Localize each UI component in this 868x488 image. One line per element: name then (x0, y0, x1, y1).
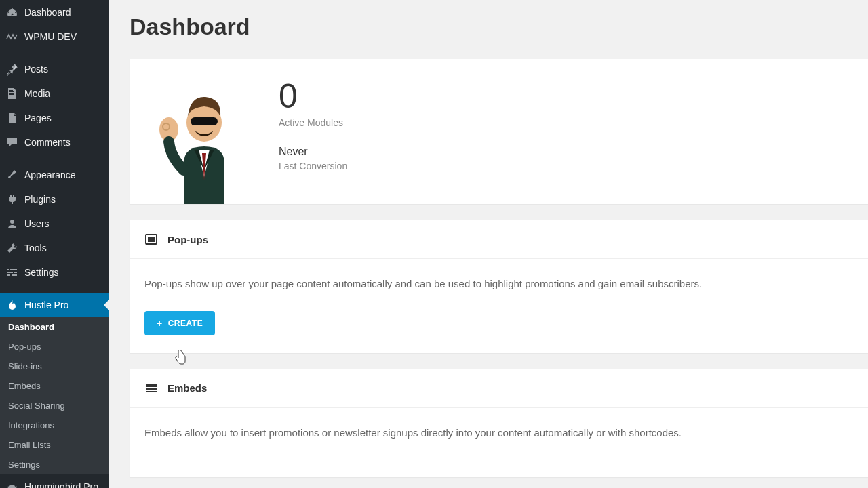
sidebar-sub-integrations[interactable]: Integrations (0, 415, 109, 435)
media-icon (5, 87, 19, 100)
pin-icon (5, 62, 19, 76)
create-popup-button[interactable]: + CREATE (144, 311, 215, 336)
admin-sidebar: Dashboard WPMU DEV Posts Media Pages Com… (0, 0, 109, 488)
sidebar-item-label: WPMU DEV (24, 31, 77, 42)
brush-icon (5, 168, 19, 182)
sidebar-sub-settings[interactable]: Settings (0, 455, 109, 474)
embeds-description: Embeds allow you to insert promotions or… (144, 426, 853, 441)
svg-rect-6 (148, 237, 155, 242)
embed-icon (144, 382, 158, 395)
main-content: Dashboard (109, 0, 868, 488)
sidebar-item-users[interactable]: Users (0, 211, 109, 236)
sidebar-item-label: Users (24, 218, 50, 229)
popups-header: Pop-ups (130, 220, 868, 259)
sidebar-item-hummingbird[interactable]: Hummingbird Pro (0, 474, 109, 488)
embeds-card: Embeds Embeds allow you to insert promot… (130, 369, 868, 478)
popups-card: Pop-ups Pop-ups show up over your page c… (130, 220, 868, 353)
page-icon (5, 111, 19, 125)
plus-icon: + (157, 318, 163, 329)
last-conversion-label: Last Conversion (279, 161, 347, 171)
stats-column: 0 Active Modules Never Last Conversion (279, 59, 347, 192)
sidebar-item-pages[interactable]: Pages (0, 106, 109, 130)
sidebar-item-label: Hustle Pro (24, 300, 68, 310)
sidebar-item-hustle-pro[interactable]: Hustle Pro (0, 293, 109, 317)
embeds-title: Embeds (167, 382, 207, 394)
user-icon (5, 217, 19, 230)
sidebar-item-label: Plugins (24, 194, 56, 205)
sidebar-item-plugins[interactable]: Plugins (0, 187, 109, 211)
active-modules-label: Active Modules (279, 117, 347, 128)
sidebar-item-appearance[interactable]: Appearance (0, 163, 109, 187)
sidebar-item-media[interactable]: Media (0, 81, 109, 106)
sidebar-sub-emaillists[interactable]: Email Lists (0, 435, 109, 455)
sidebar-submenu: Dashboard Pop-ups Slide-ins Embeds Socia… (0, 317, 109, 474)
sidebar-sub-dashboard[interactable]: Dashboard (0, 317, 109, 337)
svg-rect-8 (146, 388, 157, 390)
flame-icon (5, 298, 19, 312)
sidebar-item-label: Dashboard (24, 7, 71, 18)
plug-icon (5, 192, 19, 206)
bird-icon (5, 480, 19, 488)
create-button-label: CREATE (168, 319, 203, 328)
sidebar-item-tools[interactable]: Tools (0, 236, 109, 260)
sidebar-item-posts[interactable]: Posts (0, 57, 109, 81)
last-conversion-value: Never (279, 146, 347, 158)
svg-rect-7 (146, 384, 157, 387)
svg-point-0 (10, 220, 14, 224)
sidebar-item-label: Appearance (24, 169, 76, 180)
active-modules-value: 0 (279, 79, 347, 113)
sidebar-item-comments[interactable]: Comments (0, 130, 109, 155)
comment-icon (5, 136, 19, 149)
sidebar-item-label: Comments (24, 137, 71, 148)
sidebar-item-label: Pages (24, 113, 52, 123)
sidebar-item-settings[interactable]: Settings (0, 260, 109, 285)
sidebar-item-label: Media (24, 88, 50, 99)
svg-rect-9 (146, 391, 157, 392)
svg-rect-2 (191, 117, 218, 125)
sidebar-item-dashboard[interactable]: Dashboard (0, 0, 109, 24)
popup-icon (144, 232, 158, 246)
sidebar-item-label: Settings (24, 267, 59, 278)
sidebar-item-label: Hummingbird Pro (24, 481, 98, 488)
sidebar-item-wpmu[interactable]: WPMU DEV (0, 24, 109, 49)
sidebar-item-label: Posts (24, 64, 48, 75)
stats-card: 0 Active Modules Never Last Conversion (130, 59, 868, 204)
sliders-icon (5, 266, 19, 279)
popups-title: Pop-ups (167, 234, 208, 245)
wrench-icon (5, 241, 19, 255)
sidebar-sub-slideins[interactable]: Slide-ins (0, 357, 109, 376)
popups-description: Pop-ups show up over your page content a… (144, 277, 853, 292)
page-title: Dashboard (130, 14, 868, 40)
sidebar-sub-popups[interactable]: Pop-ups (0, 337, 109, 357)
sidebar-item-label: Tools (24, 243, 47, 253)
sidebar-sub-social[interactable]: Social Sharing (0, 396, 109, 415)
wpmu-icon (5, 30, 19, 43)
dashboard-icon (5, 5, 19, 19)
sidebar-sub-embeds[interactable]: Embeds (0, 376, 109, 396)
embeds-header: Embeds (130, 369, 868, 408)
hustle-avatar (130, 59, 279, 204)
